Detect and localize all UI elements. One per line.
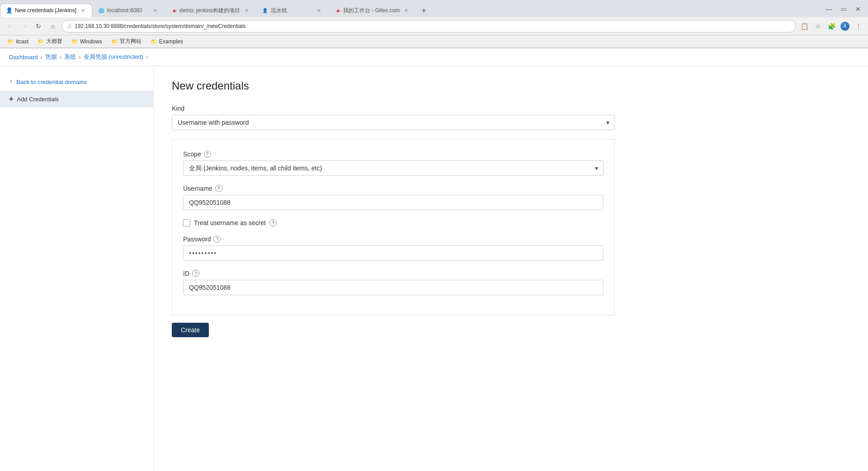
sidebar-back-label: Back to credential domains <box>16 79 87 85</box>
folder-icon-2: 📁 <box>38 38 44 45</box>
sidebar-add-label: Add Credentials <box>17 96 59 103</box>
tab-5[interactable]: 𝓮 我的工作台 - Gitee.com ✕ <box>328 4 415 17</box>
forward-button[interactable]: → <box>18 20 30 32</box>
form-section: Kind Username with password SSH Username… <box>172 105 615 337</box>
breadcrumb-sep-4: › <box>146 54 148 61</box>
kind-label: Kind <box>172 105 615 112</box>
back-button[interactable]: ← <box>4 20 15 32</box>
id-group: ID ? <box>183 270 604 295</box>
folder-icon: 📁 <box>7 38 14 45</box>
tab-close-5[interactable]: ✕ <box>402 7 410 14</box>
scope-help-icon[interactable]: ? <box>204 151 211 158</box>
tab-icon-3: 𝓮 <box>170 7 177 14</box>
menu-button[interactable]: ⋮ <box>853 20 864 32</box>
password-label: Password ? <box>183 236 604 243</box>
sidebar-add-credentials[interactable]: + Add Credentials <box>0 90 153 108</box>
home-button[interactable]: ⌂ <box>47 20 59 32</box>
profile-avatar: A <box>840 22 849 31</box>
tab-bar: 👤 New credentials [Jenkins] ✕ 🌐 localhos… <box>0 0 868 17</box>
url-actions: 📋 ☆ 🧩 A ⋮ <box>798 20 864 32</box>
scope-select-wrapper: 全局 (Jenkins, nodes, items, all child ite… <box>183 160 604 176</box>
id-input[interactable] <box>183 280 604 295</box>
sidebar-back-to-domains[interactable]: ↑ Back to credential domains <box>0 73 153 90</box>
tab-2[interactable]: 🌐 localhost:8080 ✕ <box>92 4 165 17</box>
breadcrumb-sep-2: › <box>60 54 61 61</box>
folder-icon-4: 📁 <box>111 38 118 45</box>
breadcrumb-sep-1: › <box>41 54 42 61</box>
id-help-icon[interactable]: ? <box>192 270 199 277</box>
tab-3[interactable]: 𝓮 demo: jenkins构建的项目 ✕ <box>165 4 256 17</box>
bookmarks-bar: 📁 itcast 📁 大都督 📁 Windows 📁 官方网站 📁 Exampl… <box>0 35 868 48</box>
minimize-button[interactable]: — <box>823 3 835 15</box>
extensions-button[interactable]: 🧩 <box>826 20 837 32</box>
url-bar[interactable]: ⚠ 192.168.10.30:8888/credentials/store/s… <box>61 20 796 33</box>
page-wrapper: ↑ Back to credential domains + Add Crede… <box>0 66 868 471</box>
tab-title-2: localhost:8080 <box>107 7 149 14</box>
bookmark-label: itcast <box>16 38 28 45</box>
inner-form-panel: Scope ? 全局 (Jenkins, nodes, items, all c… <box>172 139 615 316</box>
kind-select[interactable]: Username with password SSH Username with… <box>172 115 615 130</box>
arrow-up-icon: ↑ <box>9 78 13 86</box>
username-label: Username ? <box>183 185 604 192</box>
bookmark-dadu[interactable]: 📁 大都督 <box>34 37 66 46</box>
tab-close-3[interactable]: ✕ <box>243 7 250 14</box>
new-tab-button[interactable]: + <box>417 5 430 17</box>
tab-title-3: demo: jenkins构建的项目 <box>179 7 240 14</box>
bookmark-label-4: 官方网站 <box>120 38 142 45</box>
password-input[interactable] <box>183 245 604 261</box>
tab-close-2[interactable]: ✕ <box>151 7 159 14</box>
breadcrumb-credentials[interactable]: 凭据 <box>45 53 57 61</box>
kind-select-wrapper: Username with password SSH Username with… <box>172 115 615 130</box>
treat-username-label: Treat username as secret <box>194 219 266 226</box>
tab-title-4: 流水线 <box>271 7 312 14</box>
bookmark-windows[interactable]: 📁 Windows <box>68 38 106 46</box>
bookmark-examples[interactable]: 📁 Examples <box>147 38 187 46</box>
treat-username-help-icon[interactable]: ? <box>269 219 277 226</box>
tab-title-1: New credentials [Jenkins] <box>15 7 76 14</box>
tab-active[interactable]: 👤 New credentials [Jenkins] ✕ <box>0 4 92 17</box>
breadcrumb-system[interactable]: 系统 <box>64 53 76 61</box>
tab-close-4[interactable]: ✕ <box>315 7 322 14</box>
create-button[interactable]: Create <box>172 323 209 337</box>
bookmark-official[interactable]: 📁 官方网站 <box>108 37 145 46</box>
bookmark-label-5: Examples <box>159 38 183 45</box>
url-text: 192.168.10.30:8888/credentials/store/sys… <box>75 23 790 29</box>
password-help-icon[interactable]: ? <box>213 236 221 243</box>
tab-close-1[interactable]: ✕ <box>79 7 86 14</box>
breadcrumb-sep-3: › <box>79 54 80 61</box>
tab-4[interactable]: 👤 流水线 ✕ <box>256 4 328 17</box>
page-action-1[interactable]: 📋 <box>798 20 810 32</box>
tab-icon-2: 🌐 <box>98 7 104 14</box>
plus-icon: + <box>9 95 13 103</box>
id-label: ID ? <box>183 270 604 277</box>
page-title: New credentials <box>172 80 850 92</box>
username-group: Username ? <box>183 185 604 210</box>
profile-button[interactable]: A <box>839 20 851 32</box>
username-input[interactable] <box>183 195 604 210</box>
treat-username-checkbox[interactable] <box>183 219 190 226</box>
breadcrumb: Dashboard › 凭据 › 系统 › 全局凭据 (unrestricted… <box>0 48 868 66</box>
tab-title-5: 我的工作台 - Gitee.com <box>343 7 400 14</box>
sidebar: ↑ Back to credential domains + Add Crede… <box>0 66 154 471</box>
tab-icon-4: 👤 <box>262 7 268 14</box>
folder-icon-5: 📁 <box>151 38 157 45</box>
lock-icon: ⚠ <box>67 23 72 29</box>
bookmark-label-2: 大都督 <box>46 38 62 45</box>
folder-icon-3: 📁 <box>71 38 78 45</box>
kind-group: Kind Username with password SSH Username… <box>172 105 615 130</box>
bookmark-button[interactable]: ☆ <box>812 20 824 32</box>
address-bar: ← → ↻ ⌂ ⚠ 192.168.10.30:8888/credentials… <box>0 17 868 35</box>
breadcrumb-dashboard[interactable]: Dashboard <box>9 54 38 61</box>
close-button[interactable]: ✕ <box>852 3 864 15</box>
reload-button[interactable]: ↻ <box>33 20 44 32</box>
restore-button[interactable]: ▭ <box>837 3 850 15</box>
scope-group: Scope ? 全局 (Jenkins, nodes, items, all c… <box>183 151 604 176</box>
scope-select[interactable]: 全局 (Jenkins, nodes, items, all child ite… <box>183 160 604 176</box>
tab-icon-5: 𝓮 <box>334 7 340 14</box>
main-content: New credentials Kind Username with passw… <box>154 66 868 471</box>
breadcrumb-global[interactable]: 全局凭据 (unrestricted) <box>84 53 143 61</box>
treat-username-row: Treat username as secret ? <box>183 219 604 226</box>
browser-chrome: 👤 New credentials [Jenkins] ✕ 🌐 localhos… <box>0 0 868 48</box>
bookmark-itcast[interactable]: 📁 itcast <box>4 38 32 46</box>
username-help-icon[interactable]: ? <box>215 185 222 192</box>
